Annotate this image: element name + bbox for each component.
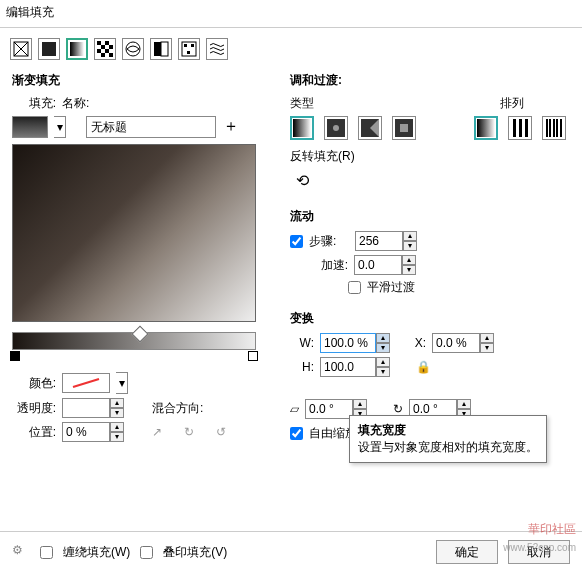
svg-rect-7 [105,41,109,45]
w-label: W: [290,336,314,350]
add-preset-icon[interactable]: ＋ [222,118,240,136]
accel-label: 加速: [290,257,348,274]
svg-rect-13 [109,53,113,57]
window-title: 编辑填充 [0,0,582,25]
solid-fill-icon[interactable] [38,38,60,60]
two-color-icon[interactable] [150,38,172,60]
smooth-checkbox[interactable] [348,281,361,294]
blend-ccw-icon[interactable]: ↺ [216,425,226,439]
name-label: 名称: [62,95,272,112]
gradient-preview[interactable] [12,144,256,322]
svg-rect-33 [546,119,548,137]
square-type-icon[interactable] [392,116,416,140]
svg-rect-36 [556,119,558,137]
no-fill-icon[interactable] [10,38,32,60]
svg-rect-15 [154,42,161,56]
svg-line-21 [73,379,99,387]
name-input[interactable] [86,116,216,138]
rotate-icon: ↻ [393,402,403,416]
tooltip-title: 填充宽度 [358,423,406,437]
color-dropdown-icon[interactable]: ▾ [116,372,128,394]
svg-rect-20 [187,51,190,54]
svg-rect-34 [549,119,551,137]
svg-rect-10 [97,49,101,53]
accel-spinner[interactable]: ▴▾ [354,255,416,275]
arrange-mirror-icon[interactable] [542,116,566,140]
postscript-fill-icon[interactable] [206,38,228,60]
type-label: 类型 [290,95,314,112]
radial-type-icon[interactable] [324,116,348,140]
conical-type-icon[interactable] [358,116,382,140]
svg-rect-37 [560,119,562,137]
svg-rect-30 [513,119,516,137]
reverse-button[interactable]: ⟲ [296,171,570,190]
cancel-button[interactable]: 取消 [508,540,570,564]
tooltip-body: 设置与对象宽度相对的填充宽度。 [358,440,538,454]
overprint-label: 叠印填充(V) [163,544,227,561]
wrap-fill-checkbox[interactable] [40,546,53,559]
position-label: 位置: [12,424,56,441]
bitmap-fill-icon[interactable] [178,38,200,60]
svg-rect-12 [101,53,105,57]
gradient-stop-start[interactable] [10,351,20,361]
steps-label: 步骤: [309,233,349,250]
steps-spinner[interactable]: ▴▾ [355,231,417,251]
svg-rect-35 [553,119,555,137]
ok-button[interactable]: 确定 [436,540,498,564]
wrap-fill-label: 缠绕填充(W) [63,544,130,561]
fill-type-toolbar [0,34,582,70]
fill-dropdown-icon[interactable]: ▾ [54,116,66,138]
harmony-title: 调和过渡: [290,72,570,89]
slider-midpoint-handle[interactable] [132,326,149,343]
svg-rect-6 [97,41,101,45]
position-spinner[interactable]: ▴▾ [62,422,124,442]
gradient-section-title: 渐变填充 [12,72,272,89]
svg-point-24 [333,125,339,131]
gradient-stop-end[interactable] [248,351,258,361]
svg-rect-16 [161,42,168,56]
free-scale-checkbox[interactable] [290,427,303,440]
svg-rect-9 [109,45,113,49]
gear-icon[interactable]: ⚙ [12,543,30,561]
fill-swatch[interactable] [12,116,48,138]
reverse-label: 反转填充(R) [290,148,570,165]
height-spinner[interactable]: ▴▾ [320,357,390,377]
flow-title: 流动 [290,208,570,225]
blend-cw-icon[interactable]: ↻ [184,425,194,439]
x-spinner[interactable]: ▴▾ [432,333,494,353]
svg-rect-4 [70,42,84,56]
arrange-label: 排列 [500,95,524,112]
color-swatch[interactable] [62,373,110,393]
opacity-spinner[interactable]: ▴▾ [62,398,124,418]
svg-rect-11 [105,49,109,53]
gradient-slider[interactable] [12,332,256,350]
arrange-repeat-icon[interactable] [508,116,532,140]
skew-icon: ▱ [290,402,299,416]
linear-type-icon[interactable] [290,116,314,140]
opacity-label: 透明度: [12,400,56,417]
svg-rect-32 [525,119,528,137]
tooltip: 填充宽度 设置与对象宽度相对的填充宽度。 [349,415,547,463]
width-spinner[interactable]: ▴▾ [320,333,390,353]
overprint-checkbox[interactable] [140,546,153,559]
svg-rect-31 [519,119,522,137]
steps-checkbox[interactable] [290,235,303,248]
pattern-fill-icon[interactable] [94,38,116,60]
lock-icon[interactable]: 🔒 [416,360,431,374]
x-label: X: [396,336,426,350]
transform-title: 变换 [290,310,570,327]
svg-rect-3 [42,42,56,56]
blend-line-icon[interactable]: ↗ [152,425,162,439]
svg-rect-29 [477,119,495,137]
fill-label: 填充: [12,95,56,112]
texture-fill-icon[interactable] [122,38,144,60]
arrange-default-icon[interactable] [474,116,498,140]
h-label: H: [290,360,314,374]
svg-rect-19 [191,44,194,47]
blend-label: 混合方向: [152,400,203,417]
svg-rect-8 [101,45,105,49]
color-label: 颜色: [12,375,56,392]
divider [0,27,582,28]
smooth-label: 平滑过渡 [367,279,415,296]
gradient-fill-icon[interactable] [66,38,88,60]
